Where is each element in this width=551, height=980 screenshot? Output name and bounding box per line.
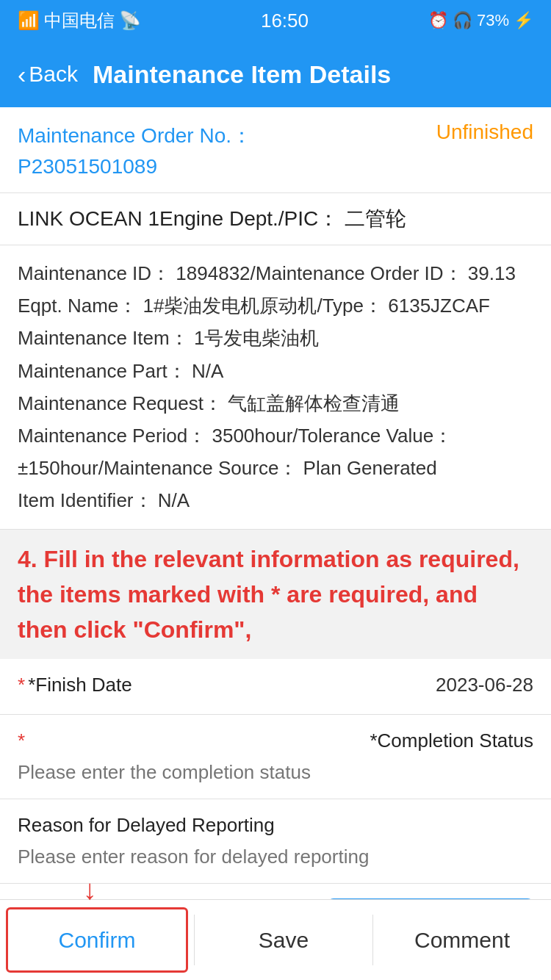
status-bar-right: ⏰ 🎧 73% ⚡ <box>428 11 533 30</box>
order-no-value: P23051501089 <box>18 151 252 182</box>
completion-status-label: **Completion Status <box>18 729 533 752</box>
back-button[interactable]: ‹ Back <box>18 60 78 89</box>
status-bar: 📶 中国电信 📡 16:50 ⏰ 🎧 73% ⚡ <box>0 0 551 41</box>
delayed-reason-input[interactable] <box>18 846 533 868</box>
maintenance-period: Maintenance Period： 3500hour/Tolerance V… <box>18 419 533 484</box>
order-status: Unfinished <box>436 120 533 144</box>
instruction-overlay: 4. Fill in the relevant information as r… <box>0 530 551 659</box>
eqpt-name: Eqpt. Name： 1#柴油发电机原动机/Type： 6135JZCAF <box>18 289 533 322</box>
status-time: 16:50 <box>261 10 309 32</box>
comment-button[interactable]: Comment <box>373 900 551 980</box>
delayed-reason-label: Reason for Delayed Reporting <box>18 814 533 837</box>
comment-label: Comment <box>414 928 510 953</box>
wifi-icon: 📡 <box>119 10 141 31</box>
completion-status-row: **Completion Status <box>0 715 551 799</box>
maintenance-id: Maintenance ID： 1894832/Maintenance Orde… <box>18 257 533 289</box>
save-label: Save <box>259 928 309 953</box>
confirm-button[interactable]: ↓ Confirm <box>6 907 188 973</box>
required-star-completion: * <box>18 729 25 752</box>
order-number: Maintenance Order No.： P23051501089 <box>18 120 252 182</box>
details-section: Maintenance ID： 1894832/Maintenance Orde… <box>0 245 551 530</box>
down-arrow-icon: ↓ <box>83 874 97 906</box>
alarm-icon: ⏰ <box>428 11 448 30</box>
main-content: Maintenance Order No.： P23051501089 Unfi… <box>0 107 551 980</box>
maintenance-item: Maintenance Item： 1号发电柴油机 <box>18 322 533 354</box>
ship-info: LINK OCEAN 1Engine Dept./PIC： 二管轮 <box>0 193 551 245</box>
status-bar-left: 📶 中国电信 📡 <box>18 9 141 32</box>
confirm-label: Confirm <box>58 928 135 953</box>
carrier-label: 中国电信 <box>44 9 115 32</box>
action-bar: ↓ Confirm Save Comment <box>0 899 551 980</box>
instruction-text: 4. Fill in the relevant information as r… <box>18 541 533 647</box>
save-button[interactable]: Save <box>195 900 372 980</box>
required-star: * <box>18 674 25 696</box>
finish-date-label: **Finish Date 2023-06-28 <box>18 674 533 696</box>
delayed-reason-row: Reason for Delayed Reporting <box>0 799 551 884</box>
battery-icon: ⚡ <box>514 11 533 30</box>
completion-status-input[interactable] <box>18 761 533 784</box>
back-label: Back <box>29 62 78 87</box>
maintenance-part: Maintenance Part： N/A <box>18 355 533 387</box>
order-header: Maintenance Order No.： P23051501089 Unfi… <box>0 107 551 193</box>
nav-bar: ‹ Back Maintenance Item Details <box>0 41 551 107</box>
signal-icon: 📶 <box>18 10 40 31</box>
order-label: Maintenance Order No.： <box>18 120 252 151</box>
maintenance-request: Maintenance Request： 气缸盖解体检查清通 <box>18 387 533 419</box>
headphone-icon: 🎧 <box>453 11 472 30</box>
battery-label: 73% <box>477 11 509 30</box>
page-title: Maintenance Item Details <box>93 60 391 89</box>
finish-date-value[interactable]: 2023-06-28 <box>436 674 533 696</box>
chevron-left-icon: ‹ <box>18 60 26 89</box>
finish-date-label-text: **Finish Date <box>18 674 132 696</box>
finish-date-row: **Finish Date 2023-06-28 <box>0 659 551 715</box>
item-identifier: Item Identifier： N/A <box>18 484 533 516</box>
